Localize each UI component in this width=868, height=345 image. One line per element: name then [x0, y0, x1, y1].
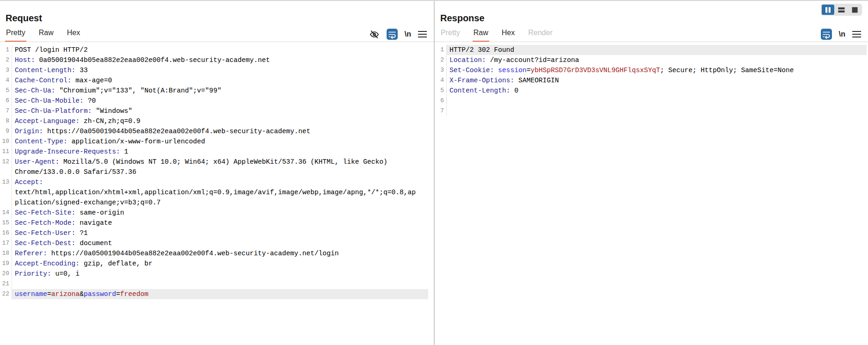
line-content: Sec-Fetch-Mode: navigate	[12, 218, 428, 228]
editor-menu-icon[interactable]	[852, 31, 861, 38]
line-number: 12	[0, 157, 12, 167]
editor-line: 8Accept-Language: zh-CN,zh;q=0.9	[0, 116, 428, 126]
editor-line: 3Set-Cookie: session=ybHSpRSD7GrD3VD3sVN…	[435, 65, 867, 75]
editor-line: 6	[435, 96, 867, 106]
line-number: 20	[0, 269, 12, 279]
request-toolbar: \n	[369, 28, 427, 41]
editor-line: Chrome/133.0.0.0 Safari/537.36	[0, 167, 428, 177]
editor-line: 12User-Agent: Mozilla/5.0 (Windows NT 10…	[0, 157, 428, 167]
line-content: Priority: u=0, i	[12, 269, 428, 279]
editor-line: 7Sec-Ch-Ua-Platform: "Windows"	[0, 106, 428, 116]
response-panel: Response PrettyRawHexRender \n 1HTTP/2 3…	[435, 1, 868, 345]
tab-pretty[interactable]: Pretty	[440, 28, 461, 42]
show-newlines-icon[interactable]: \n	[839, 30, 845, 38]
line-number	[0, 197, 12, 208]
line-content: Content-Length: 0	[446, 86, 867, 96]
editor-line: 2Location: /my-account?id=arizona	[435, 55, 867, 65]
editor-line: 7	[435, 106, 867, 116]
editor-line: 16Sec-Fetch-User: ?1	[0, 228, 428, 238]
editor-line: 4Cache-Control: max-age=0	[0, 75, 428, 86]
editor-line: 14Sec-Fetch-Site: same-origin	[0, 208, 428, 218]
line-content: Sec-Ch-Ua-Mobile: ?0	[12, 96, 428, 106]
layout-switcher	[821, 4, 862, 16]
tab-hex[interactable]: Hex	[67, 28, 80, 42]
editor-line: 22username=arizona&password=freedom	[0, 289, 428, 299]
line-content: Accept-Encoding: gzip, deflate, br	[12, 259, 428, 269]
editor-line: 10Content-Type: application/x-www-form-u…	[0, 136, 428, 147]
line-content: Origin: https://0a050019044b05ea882e2eaa…	[12, 126, 428, 136]
editor-menu-icon[interactable]	[418, 31, 427, 38]
line-number: 18	[0, 248, 12, 259]
line-content: Referer: https://0a050019044b05ea882e2ea…	[12, 248, 428, 259]
response-toolbar: \n	[821, 28, 861, 41]
line-content: Sec-Ch-Ua: "Chromium";v="133", "Not(A:Br…	[12, 86, 428, 96]
http-message-editor: Request PrettyRawHex \n 1POST /login HTT…	[0, 0, 868, 345]
line-content: Cache-Control: max-age=0	[12, 75, 428, 86]
line-content	[12, 279, 428, 289]
editor-line: 15Sec-Fetch-Mode: navigate	[0, 218, 428, 228]
editor-line: 13Accept:	[0, 177, 428, 187]
line-content: Upgrade-Insecure-Requests: 1	[12, 147, 428, 157]
line-content: Accept:	[12, 177, 428, 187]
line-content: Set-Cookie: session=ybHSpRSD7GrD3VD3sVNL…	[446, 65, 867, 75]
line-number: 1	[0, 45, 12, 55]
line-number: 21	[0, 279, 12, 289]
line-content	[446, 96, 867, 106]
layout-single-button[interactable]	[849, 5, 861, 15]
line-number: 3	[0, 65, 12, 75]
word-wrap-icon[interactable]	[821, 29, 832, 40]
request-panel: Request PrettyRawHex \n 1POST /login HTT…	[0, 1, 434, 345]
line-content: X-Frame-Options: SAMEORIGIN	[446, 75, 867, 86]
line-number: 8	[0, 116, 12, 126]
line-content: text/html,application/xhtml+xml,applicat…	[12, 187, 428, 197]
line-content: Sec-Ch-Ua-Platform: "Windows"	[12, 106, 428, 116]
line-content: Host: 0a050019044b05ea882e2eaa002e00f4.w…	[12, 55, 428, 65]
tab-hex[interactable]: Hex	[501, 28, 515, 42]
layout-rows-button[interactable]	[835, 5, 848, 15]
line-number: 17	[0, 238, 12, 248]
line-content: username=arizona&password=freedom	[12, 289, 428, 299]
line-number: 10	[0, 136, 12, 147]
word-wrap-icon[interactable]	[387, 29, 398, 40]
response-editor[interactable]: 1HTTP/2 302 Found2Location: /my-account?…	[435, 42, 868, 345]
line-number: 5	[0, 86, 12, 96]
line-number: 2	[435, 55, 446, 65]
hide-nonprinting-icon[interactable]	[369, 29, 380, 40]
editor-line: 5Sec-Ch-Ua: "Chromium";v="133", "Not(A:B…	[0, 86, 428, 96]
line-content: Location: /my-account?id=arizona	[446, 55, 867, 65]
request-tabbar: PrettyRawHex	[6, 28, 93, 42]
editor-line: 3Content-Length: 33	[0, 65, 428, 75]
editor-line: 6Sec-Ch-Ua-Mobile: ?0	[0, 96, 428, 106]
line-number: 16	[0, 228, 12, 238]
line-number: 7	[0, 106, 12, 116]
line-number: 14	[0, 208, 12, 218]
line-number: 4	[0, 75, 12, 86]
line-content: Sec-Fetch-Site: same-origin	[12, 208, 428, 218]
editor-line: 1HTTP/2 302 Found	[435, 45, 867, 55]
single-pane-icon	[851, 6, 859, 13]
line-content: User-Agent: Mozilla/5.0 (Windows NT 10.0…	[12, 157, 428, 167]
line-number: 1	[435, 45, 446, 55]
editor-line: 1POST /login HTTP/2	[0, 45, 428, 55]
tab-raw[interactable]: Raw	[473, 28, 489, 42]
editor-line: 11Upgrade-Insecure-Requests: 1	[0, 147, 428, 157]
tab-pretty[interactable]: Pretty	[6, 28, 26, 42]
line-number	[0, 167, 12, 177]
line-content: POST /login HTTP/2	[12, 45, 428, 55]
line-content: Sec-Fetch-User: ?1	[12, 228, 428, 238]
editor-line: plication/signed-exchange;v=b3;q=0.7	[0, 197, 428, 208]
editor-line: 18Referer: https://0a050019044b05ea882e2…	[0, 248, 428, 259]
line-content: Accept-Language: zh-CN,zh;q=0.9	[12, 116, 428, 126]
editor-line: 20Priority: u=0, i	[0, 269, 428, 279]
tab-raw[interactable]: Raw	[38, 28, 54, 42]
request-code: 1POST /login HTTP/22Host: 0a050019044b05…	[0, 42, 434, 299]
request-editor[interactable]: 1POST /login HTTP/22Host: 0a050019044b05…	[0, 42, 434, 345]
columns-icon	[824, 6, 832, 13]
layout-columns-button[interactable]	[822, 5, 834, 15]
line-number: 4	[435, 75, 446, 86]
show-newlines-icon[interactable]: \n	[405, 30, 411, 38]
line-number: 15	[0, 218, 12, 228]
line-content: Chrome/133.0.0.0 Safari/537.36	[12, 167, 428, 177]
tab-render[interactable]: Render	[528, 28, 553, 42]
editor-line: 2Host: 0a050019044b05ea882e2eaa002e00f4.…	[0, 55, 428, 65]
